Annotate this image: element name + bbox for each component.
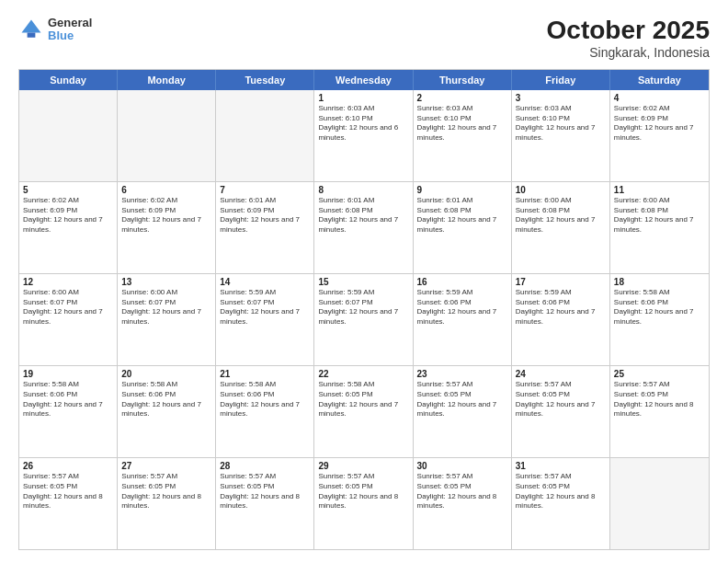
cell-info: Sunrise: 5:57 AM Sunset: 6:05 PM Dayligh… <box>121 472 211 511</box>
cal-header-day: Tuesday <box>216 70 314 90</box>
calendar-cell: 6Sunrise: 6:02 AM Sunset: 6:09 PM Daylig… <box>118 182 216 273</box>
day-number: 6 <box>121 185 211 195</box>
calendar: SundayMondayTuesdayWednesdayThursdayFrid… <box>18 69 710 550</box>
day-number: 23 <box>417 369 507 379</box>
cell-info: Sunrise: 6:03 AM Sunset: 6:10 PM Dayligh… <box>516 104 606 144</box>
day-number: 12 <box>23 277 113 287</box>
cell-info: Sunrise: 5:57 AM Sunset: 6:05 PM Dayligh… <box>417 380 507 419</box>
day-number: 31 <box>516 461 606 471</box>
calendar-cell: 7Sunrise: 6:01 AM Sunset: 6:09 PM Daylig… <box>216 182 314 273</box>
page: General Blue October 2025 Singkarak, Ind… <box>0 0 728 563</box>
calendar-cell: 3Sunrise: 6:03 AM Sunset: 6:10 PM Daylig… <box>512 90 610 181</box>
calendar-cell: 18Sunrise: 5:58 AM Sunset: 6:06 PM Dayli… <box>610 274 709 365</box>
cell-info: Sunrise: 5:57 AM Sunset: 6:05 PM Dayligh… <box>318 472 408 511</box>
day-number: 4 <box>614 93 705 103</box>
cell-info: Sunrise: 5:57 AM Sunset: 6:05 PM Dayligh… <box>417 472 507 511</box>
calendar-cell: 31Sunrise: 5:57 AM Sunset: 6:05 PM Dayli… <box>512 458 610 549</box>
calendar-cell: 17Sunrise: 5:59 AM Sunset: 6:06 PM Dayli… <box>512 274 610 365</box>
day-number: 11 <box>614 185 705 195</box>
day-number: 5 <box>23 185 113 195</box>
calendar-cell: 23Sunrise: 5:57 AM Sunset: 6:05 PM Dayli… <box>414 366 512 457</box>
day-number: 7 <box>220 185 310 195</box>
day-number: 10 <box>516 185 606 195</box>
calendar-row: 5Sunrise: 6:02 AM Sunset: 6:09 PM Daylig… <box>19 182 709 274</box>
calendar-cell: 22Sunrise: 5:58 AM Sunset: 6:05 PM Dayli… <box>314 366 413 457</box>
day-number: 21 <box>220 369 310 379</box>
calendar-cell: 21Sunrise: 5:58 AM Sunset: 6:06 PM Dayli… <box>216 366 314 457</box>
header: General Blue October 2025 Singkarak, Ind… <box>18 17 710 60</box>
day-number: 13 <box>121 277 211 287</box>
cal-header-day: Thursday <box>414 70 512 90</box>
cell-info: Sunrise: 6:03 AM Sunset: 6:10 PM Dayligh… <box>417 104 507 144</box>
day-number: 26 <box>23 461 113 471</box>
calendar-cell: 20Sunrise: 5:58 AM Sunset: 6:06 PM Dayli… <box>118 366 216 457</box>
day-number: 24 <box>516 369 606 379</box>
cell-info: Sunrise: 6:00 AM Sunset: 6:07 PM Dayligh… <box>121 288 211 327</box>
day-number: 1 <box>318 93 408 103</box>
day-number: 20 <box>121 369 211 379</box>
calendar-cell: 26Sunrise: 5:57 AM Sunset: 6:05 PM Dayli… <box>19 458 118 549</box>
day-number: 17 <box>516 277 606 287</box>
day-number: 29 <box>318 461 408 471</box>
cell-info: Sunrise: 6:01 AM Sunset: 6:08 PM Dayligh… <box>417 196 507 236</box>
calendar-cell: 9Sunrise: 6:01 AM Sunset: 6:08 PM Daylig… <box>414 182 512 273</box>
cell-info: Sunrise: 5:58 AM Sunset: 6:06 PM Dayligh… <box>121 380 211 419</box>
cell-info: Sunrise: 5:59 AM Sunset: 6:07 PM Dayligh… <box>318 288 408 327</box>
calendar-cell: 28Sunrise: 5:57 AM Sunset: 6:05 PM Dayli… <box>216 458 314 549</box>
calendar-body: 1Sunrise: 6:03 AM Sunset: 6:10 PM Daylig… <box>19 90 709 549</box>
cal-header-day: Saturday <box>610 70 709 90</box>
calendar-cell: 24Sunrise: 5:57 AM Sunset: 6:05 PM Dayli… <box>512 366 610 457</box>
day-number: 30 <box>417 461 507 471</box>
cell-info: Sunrise: 5:58 AM Sunset: 6:06 PM Dayligh… <box>23 380 113 419</box>
calendar-cell <box>19 90 118 181</box>
calendar-cell: 10Sunrise: 6:00 AM Sunset: 6:08 PM Dayli… <box>512 182 610 273</box>
day-number: 22 <box>318 369 408 379</box>
calendar-cell <box>610 458 709 549</box>
calendar-row: 1Sunrise: 6:03 AM Sunset: 6:10 PM Daylig… <box>19 90 709 182</box>
cell-info: Sunrise: 6:00 AM Sunset: 6:07 PM Dayligh… <box>23 288 113 327</box>
cell-info: Sunrise: 6:02 AM Sunset: 6:09 PM Dayligh… <box>614 104 705 144</box>
calendar-row: 26Sunrise: 5:57 AM Sunset: 6:05 PM Dayli… <box>19 458 709 549</box>
cell-info: Sunrise: 6:03 AM Sunset: 6:10 PM Dayligh… <box>318 104 408 144</box>
calendar-cell: 13Sunrise: 6:00 AM Sunset: 6:07 PM Dayli… <box>118 274 216 365</box>
day-number: 15 <box>318 277 408 287</box>
calendar-cell <box>216 90 314 181</box>
calendar-cell: 11Sunrise: 6:00 AM Sunset: 6:08 PM Dayli… <box>610 182 709 273</box>
cell-info: Sunrise: 5:59 AM Sunset: 6:07 PM Dayligh… <box>220 288 310 327</box>
calendar-cell: 15Sunrise: 5:59 AM Sunset: 6:07 PM Dayli… <box>314 274 413 365</box>
calendar-cell: 14Sunrise: 5:59 AM Sunset: 6:07 PM Dayli… <box>216 274 314 365</box>
calendar-cell: 2Sunrise: 6:03 AM Sunset: 6:10 PM Daylig… <box>414 90 512 181</box>
calendar-cell: 27Sunrise: 5:57 AM Sunset: 6:05 PM Dayli… <box>118 458 216 549</box>
cell-info: Sunrise: 5:58 AM Sunset: 6:06 PM Dayligh… <box>220 380 310 419</box>
day-number: 9 <box>417 185 507 195</box>
cell-info: Sunrise: 6:00 AM Sunset: 6:08 PM Dayligh… <box>614 196 705 236</box>
cal-header-day: Wednesday <box>314 70 413 90</box>
svg-rect-1 <box>28 33 36 38</box>
calendar-cell: 12Sunrise: 6:00 AM Sunset: 6:07 PM Dayli… <box>19 274 118 365</box>
day-number: 19 <box>23 369 113 379</box>
day-number: 27 <box>121 461 211 471</box>
cell-info: Sunrise: 6:01 AM Sunset: 6:08 PM Dayligh… <box>318 196 408 236</box>
title-block: October 2025 Singkarak, Indonesia <box>547 17 710 60</box>
cell-info: Sunrise: 5:57 AM Sunset: 6:05 PM Dayligh… <box>516 380 606 419</box>
calendar-cell: 4Sunrise: 6:02 AM Sunset: 6:09 PM Daylig… <box>610 90 709 181</box>
calendar-cell: 30Sunrise: 5:57 AM Sunset: 6:05 PM Dayli… <box>414 458 512 549</box>
calendar-cell: 29Sunrise: 5:57 AM Sunset: 6:05 PM Dayli… <box>314 458 413 549</box>
logo-text: General Blue <box>48 17 92 43</box>
svg-marker-0 <box>22 20 41 33</box>
day-number: 25 <box>614 369 705 379</box>
calendar-cell: 25Sunrise: 5:57 AM Sunset: 6:05 PM Dayli… <box>610 366 709 457</box>
calendar-cell <box>118 90 216 181</box>
cell-info: Sunrise: 5:57 AM Sunset: 6:05 PM Dayligh… <box>23 472 113 511</box>
calendar-header: SundayMondayTuesdayWednesdayThursdayFrid… <box>19 70 709 90</box>
day-number: 8 <box>318 185 408 195</box>
day-number: 28 <box>220 461 310 471</box>
cell-info: Sunrise: 6:00 AM Sunset: 6:08 PM Dayligh… <box>516 196 606 236</box>
logo: General Blue <box>18 17 92 43</box>
day-number: 2 <box>417 93 507 103</box>
cell-info: Sunrise: 5:59 AM Sunset: 6:06 PM Dayligh… <box>516 288 606 327</box>
day-number: 18 <box>614 277 705 287</box>
cell-info: Sunrise: 5:59 AM Sunset: 6:06 PM Dayligh… <box>417 288 507 327</box>
cal-header-day: Monday <box>118 70 216 90</box>
day-number: 14 <box>220 277 310 287</box>
